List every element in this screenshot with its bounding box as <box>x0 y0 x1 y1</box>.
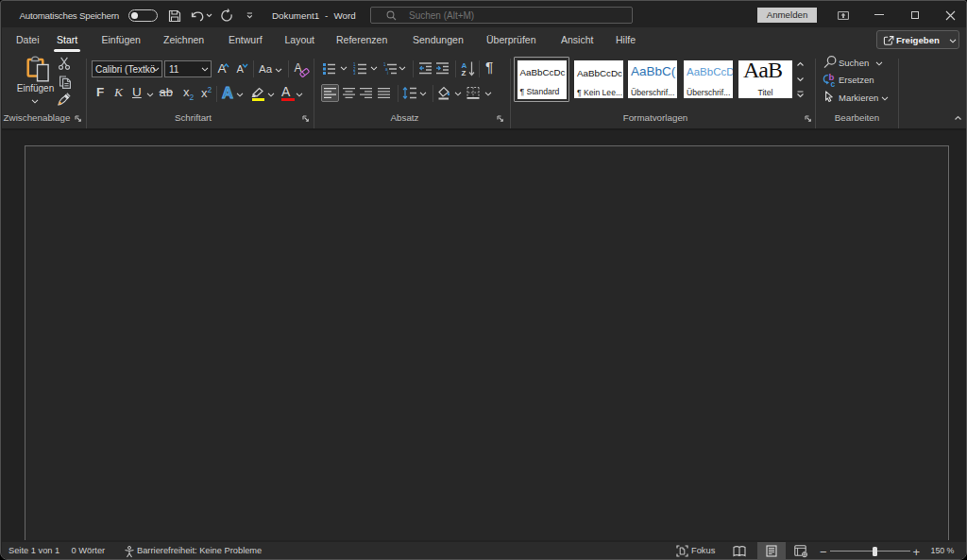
svg-text:Z: Z <box>462 69 467 76</box>
svg-text:i: i <box>387 71 388 75</box>
svg-text:3: 3 <box>353 71 356 75</box>
svg-text:c: c <box>831 79 836 87</box>
